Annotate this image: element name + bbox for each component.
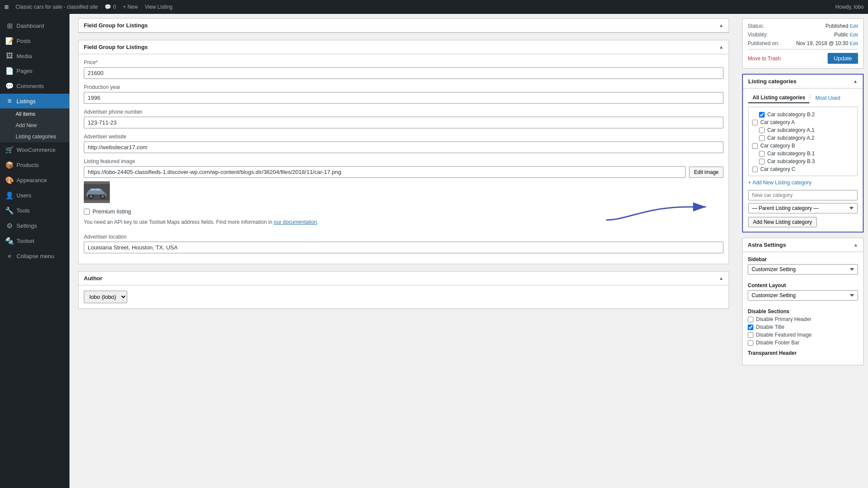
category-item-catA[interactable]: Car category A (752, 118, 854, 126)
tab-most-used[interactable]: Most Used (811, 93, 845, 103)
parent-category-select[interactable]: — Parent Listing category — (748, 203, 858, 213)
category-checkbox-subcatA1[interactable] (759, 128, 765, 133)
advertiser-location-input[interactable] (84, 242, 723, 253)
field-group-collapse-icon (719, 45, 723, 49)
category-item-subcatB2[interactable]: Car subcategory B.2 (752, 111, 854, 118)
svg-point-2 (89, 195, 93, 198)
listing-categories-header[interactable]: Listing categories (743, 75, 863, 88)
featured-image-input[interactable] (84, 166, 686, 178)
author-select[interactable]: lobo (lobo) (84, 291, 127, 303)
category-checkbox-catC[interactable] (752, 167, 758, 172)
disable-checkbox-primaryHeader[interactable] (748, 317, 753, 322)
site-name[interactable]: Classic cars for sale - classified site (16, 4, 98, 10)
disable-checkbox-footerBar[interactable] (748, 340, 753, 346)
categories-list[interactable]: Car subcategory B.2Car category ACar sub… (748, 107, 858, 176)
listing-categories-box: Listing categories All Listing categorie… (742, 74, 864, 233)
category-item-subcatA2[interactable]: Car subcategory A.2 (752, 134, 854, 142)
disable-sections-label: Disable Sections (748, 308, 858, 314)
sidebar-item-collapse[interactable]: « Collapse menu (0, 249, 69, 263)
sidebar-item-appearance[interactable]: 🎨 Appearance (0, 173, 69, 188)
view-listing-link[interactable]: View Listing (145, 4, 172, 10)
api-docs-link[interactable]: our documentation (274, 219, 317, 225)
add-new-label: Add New (16, 122, 37, 128)
field-group-box: Field Group for Listings Price* Producti… (78, 40, 729, 264)
astra-settings-body: Sidebar Customizer Setting Content Layou… (743, 252, 863, 365)
advertiser-phone-input[interactable] (84, 117, 723, 128)
disable-checkbox-featuredImage[interactable] (748, 332, 753, 338)
category-checkbox-subcatB3[interactable] (759, 159, 765, 164)
edit-image-button[interactable]: Edit image (689, 167, 723, 178)
author-select-wrap: lobo (lobo) (84, 291, 723, 303)
field-group-title-collapsed: Field Group for Listings (84, 22, 148, 29)
posts-icon: 📝 (5, 37, 14, 45)
tabs-row: All Listing categories | Most Used (748, 93, 858, 103)
category-checkbox-catB[interactable] (752, 143, 758, 149)
comments-link[interactable]: 💬 0 (105, 4, 116, 10)
sidebar-item-pages[interactable]: 📄 Pages (0, 63, 69, 79)
wp-logo[interactable]: ⊞ (4, 4, 9, 10)
premium-listing-checkbox[interactable] (84, 209, 90, 215)
price-row: Price* (84, 59, 723, 79)
sidebar-label-comments: Comments (17, 83, 44, 89)
status-edit-link[interactable]: Edit (850, 23, 858, 29)
tab-all-categories[interactable]: All Listing categories (748, 93, 809, 103)
astra-collapse-icon (854, 242, 858, 247)
new-link[interactable]: + New (123, 4, 138, 10)
disable-checkbox-title[interactable] (748, 324, 753, 330)
pages-icon: 📄 (5, 67, 14, 75)
field-group-header-collapsed[interactable]: Field Group for Listings (79, 19, 729, 33)
sidebar-item-listing-categories[interactable]: Listing categories (10, 131, 69, 142)
field-group-header[interactable]: Field Group for Listings (79, 40, 729, 54)
advertiser-website-input[interactable] (84, 141, 723, 153)
sidebar-item-media[interactable]: 🖼 Media (0, 49, 69, 63)
new-category-input[interactable] (748, 190, 858, 200)
author-header[interactable]: Author (79, 272, 729, 285)
astra-settings-title: Astra Settings (748, 242, 786, 248)
transparent-header-label: Transparent Header (748, 350, 858, 356)
category-checkbox-catA[interactable] (752, 120, 758, 125)
toolset-icon: 🔩 (5, 237, 14, 245)
content-layout-select[interactable]: Customizer Setting (748, 290, 858, 301)
category-checkbox-subcatB1[interactable] (759, 151, 765, 157)
add-category-button[interactable]: Add New Listing category (748, 217, 817, 227)
sidebar-item-settings[interactable]: ⚙ Settings (0, 218, 69, 233)
sidebar-item-users[interactable]: 👤 Users (0, 188, 69, 203)
published-edit-link[interactable]: Edit (850, 41, 858, 46)
sidebar-item-comments[interactable]: 💬 Comments (0, 79, 69, 94)
category-item-catC[interactable]: Car category C (752, 165, 854, 173)
sidebar-item-listings[interactable]: ≡ Listings (0, 94, 69, 108)
production-year-input[interactable] (84, 92, 723, 104)
sidebar-item-add-new[interactable]: Add New (10, 120, 69, 131)
sidebar-item-dashboard[interactable]: ⊞ Dashboard (0, 18, 69, 33)
move-trash-link[interactable]: Move to Trash (748, 56, 781, 62)
category-item-subcatB3[interactable]: Car subcategory B.3 (752, 157, 854, 165)
add-new-category-link[interactable]: + Add New Listing category (748, 180, 858, 186)
sidebar-item-posts[interactable]: 📝 Posts (0, 33, 69, 49)
category-label-subcatB1: Car subcategory B.1 (767, 151, 815, 157)
svg-rect-6 (96, 189, 99, 191)
update-button[interactable]: Update (828, 53, 858, 64)
visibility-edit-link[interactable]: Edit (850, 32, 858, 37)
category-item-subcatA1[interactable]: Car subcategory A.1 (752, 126, 854, 134)
sidebar-item-tools[interactable]: 🔧 Tools (0, 203, 69, 218)
category-item-catB[interactable]: Car category B (752, 142, 854, 150)
category-item-subcatB1[interactable]: Car subcategory B.1 (752, 150, 854, 157)
disable-row-primaryHeader: Disable Primary Header (748, 316, 858, 322)
sidebar-item-toolset[interactable]: 🔩 Toolset (0, 233, 69, 249)
disable-label-title: Disable Title (756, 324, 784, 330)
products-icon: 📦 (5, 161, 14, 169)
advertiser-phone-label: Advertiser phone number (84, 109, 723, 115)
sidebar-section: Sidebar Customizer Setting (748, 256, 858, 278)
category-checkbox-subcatA2[interactable] (759, 135, 765, 141)
price-input[interactable] (84, 67, 723, 79)
astra-settings-header[interactable]: Astra Settings (743, 238, 863, 252)
category-checkbox-subcatB2[interactable] (759, 112, 765, 118)
disable-row-featuredImage: Disable Featured Image (748, 332, 858, 338)
sidebar-label-appearance: Appearance (17, 177, 47, 183)
sidebar-item-all-items[interactable]: All items (10, 108, 69, 120)
sidebar-item-products[interactable]: 📦 Products (0, 157, 69, 173)
sidebar-select[interactable]: Customizer Setting (748, 264, 858, 275)
sidebar-item-woocommerce[interactable]: 🛒 WooCommerce (0, 142, 69, 157)
disable-label-featuredImage: Disable Featured Image (756, 332, 812, 338)
visibility-value: Public (834, 32, 848, 38)
